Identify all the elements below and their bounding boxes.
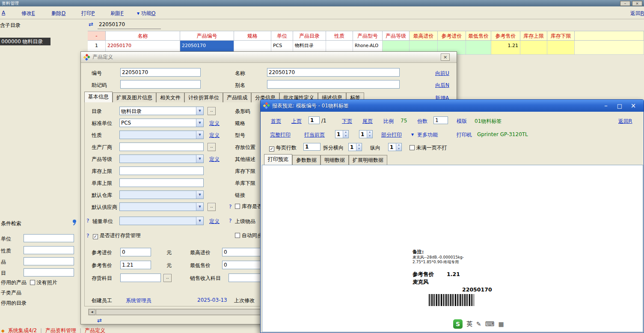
- stock-subject-browse-button[interactable]: ..: [163, 274, 172, 282]
- tab-basic-info[interactable]: 基本信息: [84, 92, 113, 102]
- stock-max-input[interactable]: [119, 166, 204, 175]
- column-header-ref-buy[interactable]: 参考进价: [438, 31, 466, 41]
- alias-input[interactable]: [267, 80, 400, 89]
- cell-stock-max[interactable]: [520, 41, 547, 55]
- auto-sync-checkbox[interactable]: 自动同步: [235, 232, 262, 239]
- catalog-browse-button[interactable]: ..: [208, 107, 216, 115]
- stock-share-checkbox[interactable]: 库存是否: [235, 203, 262, 210]
- tab-related-files[interactable]: 相关文件: [156, 92, 184, 102]
- ime-lang-toggle[interactable]: 英: [466, 320, 472, 328]
- skip-partial-page-checkbox[interactable]: 未满一页不打: [410, 144, 447, 152]
- std-unit-combo[interactable]: PCS▼: [119, 119, 204, 127]
- back-button[interactable]: 返回R: [630, 10, 644, 17]
- code-input[interactable]: [120, 68, 201, 77]
- add-button[interactable]: A: [2, 10, 5, 16]
- manufacturer-browse-button[interactable]: ..: [208, 143, 216, 151]
- spin-down-icon[interactable]: ▾: [367, 134, 372, 138]
- print-button[interactable]: 打印P: [81, 10, 95, 17]
- column-header-max-buy[interactable]: 最高进价: [410, 31, 438, 41]
- split-vertical-value[interactable]: [389, 143, 396, 151]
- modify-button[interactable]: 修改E: [21, 10, 35, 17]
- grade-define-link[interactable]: 定义: [209, 156, 220, 163]
- chevron-down-icon[interactable]: ▼: [196, 119, 203, 127]
- more-functions-link[interactable]: 更多功能: [417, 131, 438, 139]
- tab-print-preview[interactable]: 打印预览: [264, 154, 292, 165]
- chevron-down-icon[interactable]: ▼: [196, 217, 203, 225]
- column-header-min-sell[interactable]: 最低售价: [466, 31, 491, 41]
- dialog-titlebar[interactable]: 产品定义 ×: [81, 52, 457, 63]
- toolbox-icon[interactable]: ▦: [498, 321, 504, 327]
- spin-down-icon[interactable]: ▾: [343, 134, 348, 138]
- manufacturer-input[interactable]: [119, 143, 204, 151]
- next-record-link[interactable]: 向后N: [435, 82, 449, 89]
- stock-mgmt-checkbox[interactable]: ✓ 是否进行存货管理: [93, 232, 141, 239]
- swap-icon[interactable]: ⇄: [89, 21, 93, 27]
- spinner-arrows[interactable]: ▴▾: [356, 143, 362, 151]
- cell-ref-sell[interactable]: 1.21: [491, 41, 520, 55]
- store-max-input[interactable]: [119, 178, 204, 187]
- function-menu-button[interactable]: ▾功能O: [137, 10, 155, 17]
- chevron-down-icon[interactable]: ▼: [196, 107, 203, 115]
- prev-page-link[interactable]: 上页: [291, 118, 302, 125]
- tab-detail-data[interactable]: 明细数据: [321, 155, 349, 165]
- default-supplier-combo[interactable]: ▼: [119, 202, 204, 211]
- name-input[interactable]: [267, 68, 400, 77]
- split-horizontal-value[interactable]: [349, 143, 356, 151]
- tab-pricing-units[interactable]: 计价折算单位: [184, 92, 223, 102]
- delete-button[interactable]: 删除D: [51, 10, 65, 17]
- column-header-spec[interactable]: 规格: [234, 31, 271, 41]
- report-minimize-button[interactable]: –: [599, 102, 613, 110]
- column-header-grade[interactable]: 产品等级: [383, 31, 410, 41]
- grade-combo[interactable]: ▼: [119, 155, 204, 163]
- nature-define-link[interactable]: 定义: [209, 132, 220, 139]
- split-vertical-spinner[interactable]: ▴▾: [388, 143, 402, 151]
- column-header-name[interactable]: 名称: [106, 31, 180, 41]
- default-warehouse-combo[interactable]: ▼: [119, 190, 204, 199]
- cell-min-sell[interactable]: [466, 41, 491, 55]
- column-header-code[interactable]: 产品编号: [180, 31, 234, 41]
- copies-input[interactable]: [433, 116, 448, 124]
- column-header-model[interactable]: 产品型号: [353, 31, 383, 41]
- print-to-spinner[interactable]: ▴▾: [359, 130, 373, 138]
- column-header-select[interactable]: -: [88, 31, 106, 41]
- spinner-arrows[interactable]: ▴▾: [343, 131, 348, 138]
- column-header-nature[interactable]: 性质: [326, 31, 353, 41]
- minimize-button[interactable]: –: [620, 1, 630, 6]
- split-horizontal-spinner[interactable]: ▴▾: [348, 143, 362, 151]
- chevron-down-icon[interactable]: ▼: [196, 191, 203, 199]
- bottom-tab-system[interactable]: 系统集成4/2: [8, 327, 37, 333]
- preview-page[interactable]: 备注: 麦克风--28dB.-0.000015kg-2.75*1.85*0.90…: [262, 165, 643, 332]
- cell-stock-min[interactable]: [547, 41, 575, 55]
- search-catalog-input[interactable]: [24, 268, 74, 277]
- stock-subject-input[interactable]: [120, 274, 161, 282]
- ref-sell-input[interactable]: [120, 261, 151, 269]
- printer-value[interactable]: Gprinter GP-3120TL: [477, 131, 528, 137]
- handwriting-icon[interactable]: ✎: [476, 321, 481, 327]
- stock-mgmt-help-icon[interactable]: ?: [86, 233, 89, 239]
- template-value[interactable]: 01物料标签: [475, 118, 502, 125]
- page-number-input[interactable]: [309, 116, 320, 124]
- column-header-stock-min[interactable]: 库存下限: [547, 31, 575, 41]
- pin-icon[interactable]: [73, 220, 76, 223]
- chevron-down-icon[interactable]: ▼: [196, 203, 203, 211]
- sub-product-label[interactable]: 子类产品: [1, 289, 21, 297]
- dialog-swap-icon[interactable]: ⇄: [97, 317, 102, 324]
- tab-extended-image-info[interactable]: 扩展及图片信息: [113, 92, 156, 102]
- refresh-button[interactable]: 刷新F: [110, 10, 124, 17]
- scroll-left-button[interactable]: ◀: [89, 309, 95, 315]
- soft-keyboard-icon[interactable]: ⌨: [485, 320, 495, 328]
- sogou-logo[interactable]: S: [453, 319, 463, 329]
- aux-unit-help-icon[interactable]: ?: [86, 218, 89, 224]
- ref-buy-input[interactable]: [120, 248, 151, 256]
- print-from-value[interactable]: [335, 131, 343, 138]
- spin-down-icon[interactable]: ▾: [356, 147, 362, 151]
- tab-parameter-data[interactable]: 参数数据: [292, 155, 321, 165]
- chevron-down-icon[interactable]: ▼: [196, 155, 203, 163]
- tree-item-material-catalog[interactable]: 000000 物料目录: [0, 38, 50, 45]
- next-page-link[interactable]: 下页: [342, 118, 352, 125]
- search-unit-input[interactable]: [24, 234, 74, 242]
- aux-unit-combo[interactable]: ▼: [119, 217, 204, 225]
- print-to-value[interactable]: [359, 131, 367, 138]
- spinner-arrows[interactable]: ▴▾: [367, 131, 372, 138]
- report-maximize-button[interactable]: □: [613, 103, 626, 109]
